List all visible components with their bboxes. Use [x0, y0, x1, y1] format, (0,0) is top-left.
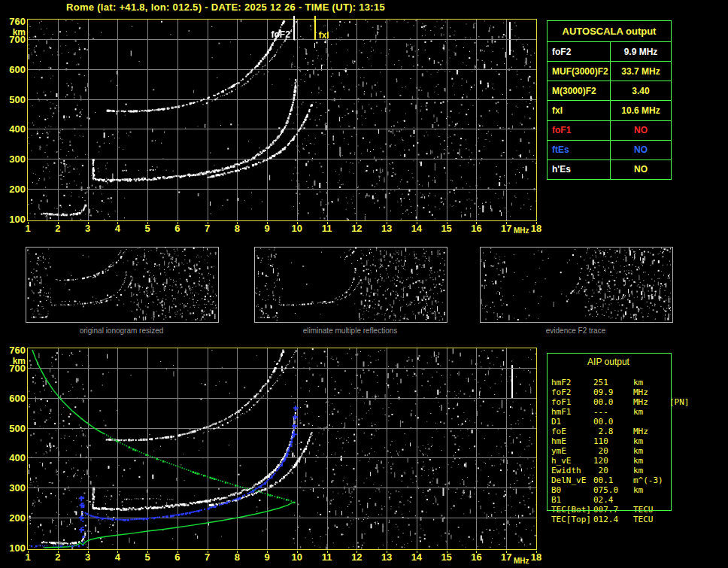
aip-param-value: --- [593, 407, 628, 417]
aip-param-label: foE [551, 427, 593, 436]
aip-param-unit: km [633, 485, 668, 495]
x-tick-mark [476, 551, 477, 553]
autoscala-param-value: 3.40 [611, 81, 671, 100]
aip-param-flag: [PN] [669, 397, 690, 407]
autoscala-param-value: 10.6 MHz [611, 101, 671, 120]
top-ionogram-canvas [28, 20, 536, 220]
x-tick-label: 9 [256, 551, 278, 563]
aip-param-unit [633, 417, 668, 427]
x-tick-mark [58, 551, 59, 553]
x-tick-label: 9 [256, 223, 278, 234]
autoscala-row-fof1: foF1NO [548, 121, 671, 141]
y-tick-label: 500 [3, 423, 26, 434]
x-tick-mark [88, 551, 89, 553]
y-tick-label: 200 [3, 184, 26, 195]
x-tick-label: 3 [77, 551, 99, 563]
x-tick-mark [297, 222, 298, 224]
x-tick-mark [387, 222, 387, 224]
x-tick-mark [356, 222, 357, 224]
panel-eliminate-canvas [255, 248, 445, 320]
x-tick-label: 14 [406, 551, 427, 563]
aip-row-foe: foE 2.8MHz [551, 427, 724, 436]
autoscala-window: Rome (lat: +41.8, lon: 012.5) - DATE: 20… [0, 0, 728, 568]
aip-param-value: 09.9 [593, 387, 628, 397]
aip-row-tectop: TEC[Top]012.4TECU [551, 515, 724, 524]
x-tick-mark [28, 551, 29, 553]
x-tick-label: 15 [436, 223, 457, 234]
x-tick-mark [417, 551, 417, 553]
y-tick-label: 600 [3, 393, 26, 404]
y-tick-label: 700 [3, 34, 26, 45]
aip-param-value: 2.8 [593, 427, 628, 436]
aip-row-hmf1: hmF1---km [551, 407, 724, 417]
bottom-ionogram-frame [27, 348, 537, 550]
x-tick-mark [417, 222, 417, 224]
x-tick-label: 6 [167, 551, 188, 563]
aip-param-value: 251 [593, 378, 628, 387]
aip-param-label: foF2 [551, 387, 593, 397]
x-tick-mark [476, 222, 477, 224]
aip-param-label: hmF1 [551, 407, 593, 417]
x-tick-label: 16 [466, 551, 487, 563]
caption-eliminate-multiples: eliminate multiple reflections [254, 327, 446, 335]
autoscala-row-hes: h'EsNO [548, 160, 671, 179]
caption-original-resized: original ionogram resized [26, 327, 217, 335]
fxi-marker-line [314, 16, 316, 40]
x-tick-mark [327, 222, 328, 224]
x-tick-label: 11 [317, 223, 338, 234]
x-tick-label: 5 [137, 551, 158, 563]
fof2-marker-label: foF2 [265, 29, 290, 40]
aip-param-unit: MHz [633, 427, 668, 436]
aip-param-label: Ewidth [551, 466, 593, 475]
autoscala-param-label: M(3000)F2 [548, 81, 611, 100]
fxi-marker-label: fxI [319, 30, 329, 41]
y-tick-label: 760 [3, 16, 26, 27]
y-tick-label: 700 [3, 363, 26, 374]
x-tick-label: 18 [526, 551, 547, 563]
aip-param-value: 120 [593, 456, 628, 466]
x-tick-mark [297, 551, 298, 553]
aip-row-fof1: foF100.0MHz[PN] [551, 397, 724, 407]
x-tick-label: 17 [496, 551, 517, 563]
aip-param-value: 20 [593, 466, 628, 475]
x-tick-label: 10 [287, 551, 308, 563]
aip-row-b0: B0075.0km [551, 485, 724, 495]
x-tick-mark [117, 222, 118, 224]
aip-param-label: DelN_vE [551, 475, 593, 485]
x-tick-label: 13 [376, 223, 397, 234]
y-tick-label: 100 [3, 542, 26, 554]
x-tick-mark [177, 222, 178, 224]
aip-param-value: 012.4 [593, 515, 628, 524]
x-tick-label: 2 [47, 223, 68, 234]
x-tick-mark [117, 551, 118, 553]
aip-param-unit: km [633, 466, 668, 475]
aip-param-unit: MHz [633, 387, 668, 397]
aip-row-yme: ymE 20km [551, 446, 724, 456]
aip-param-value: 075.0 [593, 485, 628, 495]
x-tick-mark [208, 551, 208, 553]
aip-param-value: 00.1 [593, 475, 628, 485]
aip-param-label: TEC[Top] [551, 515, 593, 524]
x-tick-mark [267, 222, 268, 224]
aip-row-tecbot: TEC[Bot]007.7TECU [551, 505, 724, 515]
aip-param-unit: TECU [633, 515, 668, 524]
autoscala-param-label: foF1 [548, 121, 611, 140]
x-tick-label: 13 [376, 551, 397, 563]
aip-param-value: 110 [593, 436, 628, 446]
x-tick-mark [208, 222, 208, 224]
x-tick-mark [327, 551, 328, 553]
x-tick-label: 8 [226, 223, 247, 234]
aip-param-label: hmF2 [551, 378, 593, 387]
y-tick-label: 300 [3, 153, 26, 165]
x-tick-mark [447, 551, 447, 553]
autoscala-param-label: ftEs [548, 141, 611, 159]
aip-param-label: B1 [551, 495, 593, 505]
x-tick-label: 11 [317, 551, 338, 563]
x-tick-mark [177, 551, 178, 553]
x-tick-label: 17 [496, 223, 517, 234]
autoscala-param-value: 33.7 MHz [611, 62, 671, 80]
aip-param-unit: km [633, 378, 668, 387]
x-tick-label: 12 [346, 551, 367, 563]
aip-param-label: TEC[Bot] [551, 505, 593, 515]
autoscala-row-fxi: fxI10.6 MHz [548, 101, 671, 120]
